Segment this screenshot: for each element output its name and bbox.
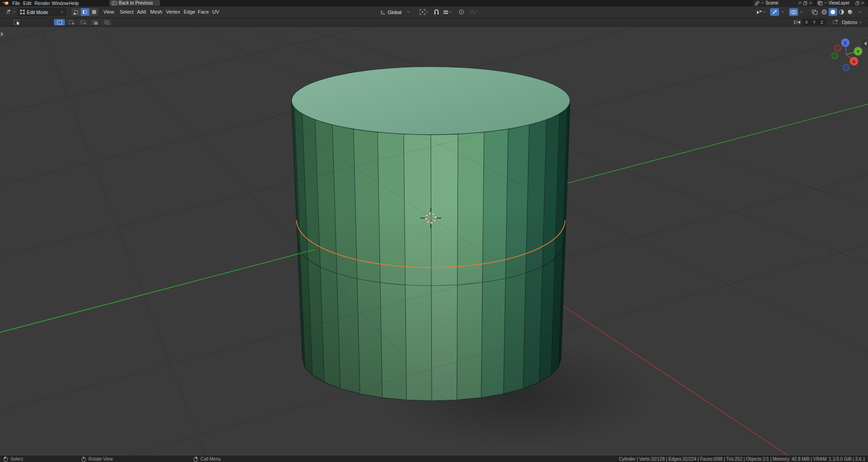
gizmo-minus-y-ball[interactable] bbox=[832, 53, 838, 59]
editor-type-button[interactable] bbox=[3, 8, 18, 16]
cylinder-shading bbox=[292, 101, 570, 401]
select-intersect-icon bbox=[104, 20, 110, 25]
object-visibility-button[interactable] bbox=[754, 8, 768, 16]
pin-icon[interactable] bbox=[798, 1, 802, 5]
hint-call-menu-label: Call Menu bbox=[200, 456, 221, 462]
chevron-down-icon[interactable] bbox=[858, 11, 861, 13]
close-icon[interactable]: ✕ bbox=[861, 1, 864, 5]
tool-settings-bar: X Y Z Options bbox=[0, 18, 868, 27]
snap-toggle-button[interactable] bbox=[432, 8, 440, 16]
mirror-y-toggle[interactable]: Y bbox=[810, 19, 818, 25]
tweak-tool-icon bbox=[14, 19, 21, 25]
shading-wireframe-button[interactable] bbox=[820, 8, 829, 16]
show-overlays-button[interactable] bbox=[789, 8, 798, 16]
scene-selector[interactable]: Scene ✕ bbox=[753, 0, 814, 6]
snap-settings-button[interactable] bbox=[441, 8, 454, 16]
menu-help[interactable]: Help bbox=[69, 0, 79, 6]
transform-orientation-selector[interactable]: Global bbox=[377, 8, 413, 16]
gizmo-minus-z-ball[interactable] bbox=[843, 64, 849, 71]
select-subtract-icon bbox=[80, 20, 86, 25]
cage-edit-icon[interactable] bbox=[832, 19, 838, 25]
cylinder-top-face[interactable] bbox=[292, 67, 570, 135]
material-sphere-icon bbox=[839, 9, 844, 15]
shading-mode-group bbox=[820, 8, 854, 16]
menu-render[interactable]: Render bbox=[34, 0, 50, 6]
vertex-select-icon bbox=[73, 10, 78, 15]
select-extend-button[interactable] bbox=[66, 19, 77, 25]
blender-window: File Edit Render Window Help Back to Pre… bbox=[0, 0, 868, 462]
new-layer-icon[interactable] bbox=[855, 1, 859, 5]
overlays-icon bbox=[790, 10, 797, 15]
viewport-canvas[interactable]: Z Y X bbox=[0, 27, 868, 456]
magnet-icon bbox=[434, 9, 439, 15]
options-dropdown[interactable]: Options bbox=[842, 19, 862, 25]
mode-label: Edit Mode bbox=[27, 10, 48, 15]
new-scene-icon[interactable] bbox=[803, 1, 807, 5]
select-subtract-button[interactable] bbox=[78, 19, 88, 25]
topbar: File Edit Render Window Help Back to Pre… bbox=[0, 0, 868, 6]
status-bar: Select Rotate View Call Menu Cylinder | … bbox=[0, 456, 868, 462]
chevron-down-icon bbox=[407, 11, 410, 13]
proportional-editing-icon bbox=[458, 9, 464, 15]
menu-edge[interactable]: Edge bbox=[184, 6, 195, 18]
select-mode-face-button[interactable] bbox=[90, 8, 98, 16]
menu-mesh[interactable]: Mesh bbox=[150, 6, 162, 18]
back-icon bbox=[112, 1, 117, 5]
edge-select-icon bbox=[83, 10, 88, 15]
menu-file[interactable]: File bbox=[12, 0, 20, 6]
select-invert-icon bbox=[92, 20, 98, 25]
mouse-middle-icon bbox=[82, 457, 86, 462]
chevron-down-icon bbox=[13, 11, 16, 13]
hint-call-menu: Call Menu bbox=[194, 456, 221, 462]
mirror-x-toggle[interactable]: X bbox=[803, 19, 810, 25]
active-tool-tweak-button[interactable] bbox=[12, 19, 22, 25]
menu-edit[interactable]: Edit bbox=[23, 0, 31, 6]
select-invert-button[interactable] bbox=[89, 19, 100, 25]
gizmo-minus-x-ball[interactable] bbox=[834, 45, 841, 51]
view-layer-icon bbox=[818, 1, 823, 5]
select-extend-icon bbox=[68, 20, 74, 25]
mirror-z-toggle[interactable]: Z bbox=[818, 19, 826, 25]
scene-icon bbox=[755, 1, 760, 5]
menu-uv[interactable]: UV bbox=[212, 6, 219, 18]
chevron-down-icon bbox=[763, 11, 766, 13]
shading-solid-button[interactable] bbox=[829, 8, 837, 16]
select-mode-vertex-button[interactable] bbox=[72, 8, 80, 16]
menu-add[interactable]: Add bbox=[137, 6, 146, 18]
show-gizmo-button[interactable] bbox=[770, 8, 779, 16]
scene-name: Scene bbox=[766, 0, 778, 5]
orientation-label: Global bbox=[388, 10, 401, 15]
sidebar-flyout-tab[interactable] bbox=[862, 39, 868, 48]
chevron-down-icon[interactable] bbox=[800, 11, 803, 13]
menu-vertex[interactable]: Vertex bbox=[166, 6, 180, 18]
menu-face[interactable]: Face bbox=[198, 6, 209, 18]
mode-selector[interactable]: Edit Mode bbox=[17, 8, 66, 16]
shading-material-button[interactable] bbox=[837, 8, 846, 16]
menu-view[interactable]: View bbox=[103, 6, 114, 18]
back-to-previous-button[interactable]: Back to Previous bbox=[109, 0, 160, 6]
orientation-icon bbox=[380, 10, 386, 15]
chevron-down-icon bbox=[859, 21, 862, 24]
viewport-header: Edit Mode View Select Add Mesh Vertex Ed… bbox=[0, 6, 868, 18]
mirror-icon bbox=[794, 19, 801, 25]
select-intersect-button[interactable] bbox=[101, 19, 112, 25]
editor-3d-viewport-icon bbox=[5, 9, 11, 15]
proportional-editing-button[interactable] bbox=[457, 8, 465, 16]
menu-select[interactable]: Select bbox=[120, 6, 134, 18]
view-layer-selector[interactable]: ViewLayer ✕ bbox=[816, 0, 866, 6]
xray-toggle-button[interactable] bbox=[810, 8, 819, 16]
viewport-3d[interactable]: Z Y X bbox=[0, 27, 868, 456]
blender-logo-icon[interactable] bbox=[2, 0, 10, 6]
rendered-sphere-icon bbox=[847, 9, 853, 15]
menu-window[interactable]: Window bbox=[52, 0, 68, 6]
proportional-falloff-button[interactable] bbox=[468, 8, 480, 16]
close-icon[interactable]: ✕ bbox=[809, 1, 812, 5]
select-mode-edge-button[interactable] bbox=[81, 8, 89, 16]
edit-mode-icon bbox=[20, 10, 25, 15]
pivot-point-button[interactable] bbox=[417, 8, 431, 16]
shading-rendered-button[interactable] bbox=[846, 8, 854, 16]
view-layer-name: ViewLayer bbox=[829, 0, 850, 5]
scene-statistics: Cylinder | Verts:32/128 | Edges:32/224 |… bbox=[619, 456, 865, 462]
select-set-button[interactable] bbox=[54, 19, 65, 25]
chevron-down-icon[interactable] bbox=[781, 11, 784, 13]
